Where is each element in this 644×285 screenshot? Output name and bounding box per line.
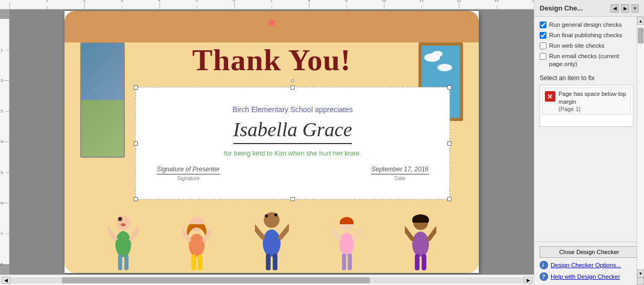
page-canvas: Thank You! ☺ xyxy=(9,9,534,275)
handle-bc xyxy=(291,197,295,201)
svg-point-21 xyxy=(274,213,277,216)
thank-you-heading: Thank You! xyxy=(65,42,479,78)
document-page: Thank You! ☺ xyxy=(65,11,479,273)
panel-footer: Close Design Checker i Design Checker Op… xyxy=(534,242,644,285)
handle-tr xyxy=(447,85,452,90)
signature-label: Signature xyxy=(177,176,200,181)
checkbox-row-2: Run final publishing checks xyxy=(540,31,634,39)
ruler-left: 12345678 xyxy=(0,19,9,264)
scroll-corner-btn[interactable] xyxy=(637,278,644,285)
svg-line-17 xyxy=(281,226,289,237)
certificate-background: Thank You! ☺ xyxy=(65,11,479,273)
scroll-down-btn[interactable]: ▼ xyxy=(637,269,644,278)
scroll-left-btn[interactable]: ◀ xyxy=(1,277,10,284)
signature-text: Signature of Presenter xyxy=(157,166,220,174)
horizontal-scrollbar[interactable]: ◀ ▶ xyxy=(0,275,534,285)
help-link-text[interactable]: Help with Design Checker xyxy=(551,273,620,280)
scroll-thumb-v[interactable] xyxy=(638,28,643,43)
svg-rect-32 xyxy=(415,254,420,270)
panel-content: Run general design checks Run final publ… xyxy=(534,17,644,134)
issue-item-1[interactable]: ✕ Page has space below top margin (Page … xyxy=(542,87,631,115)
date-value: September 17, 2016 xyxy=(371,166,428,174)
date-block: September 17, 2016 Date xyxy=(371,166,428,181)
svg-point-15 xyxy=(263,229,281,257)
svg-text:?: ? xyxy=(542,273,545,280)
close-design-checker-btn[interactable]: Close Design Checker xyxy=(540,246,639,258)
main-canvas-area: 1234567891011121314 12345678 Thank You! xyxy=(0,0,534,285)
right-panel: Design Che... ◀ ▶ ✕ Run general design c… xyxy=(534,0,644,285)
svg-rect-19 xyxy=(273,254,277,270)
panel-title: Design Che... xyxy=(540,4,583,12)
child-3 xyxy=(255,207,289,273)
panel-arrows: ◀ ▶ ✕ xyxy=(610,4,639,13)
svg-point-29 xyxy=(412,232,429,257)
svg-line-16 xyxy=(255,226,263,237)
svg-point-23 xyxy=(339,233,354,256)
general-checks-checkbox[interactable] xyxy=(540,21,546,28)
checkbox-row-3: Run web site checks xyxy=(540,42,634,50)
panel-next-btn[interactable]: ▶ xyxy=(621,4,629,13)
ruler-top: 1234567891011121314 xyxy=(0,0,534,9)
scroll-thumb-h[interactable] xyxy=(62,277,370,283)
content-box[interactable]: Birch Elementary School appreciates Isab… xyxy=(135,87,450,200)
panel-spacer xyxy=(534,134,644,242)
scroll-track-h[interactable] xyxy=(10,277,523,283)
connect-point xyxy=(291,79,294,82)
svg-line-2 xyxy=(108,228,115,239)
select-item-label: Select an item to fix xyxy=(540,74,634,82)
scroll-up-btn[interactable]: ▲ xyxy=(637,17,644,25)
options-link-row[interactable]: i Design Checker Options... xyxy=(540,261,639,269)
checkbox-row-4: Run email checks (current page only) xyxy=(540,52,634,68)
reason-text: for being kind to Kim when she hurt her … xyxy=(224,149,361,157)
svg-rect-26 xyxy=(342,254,346,270)
svg-point-6 xyxy=(118,217,122,221)
child-2 xyxy=(183,213,211,273)
signature-block: Signature of Presenter Signature xyxy=(157,166,220,181)
help-link-icon: ? xyxy=(540,272,548,281)
handle-mr xyxy=(447,141,452,146)
email-checks-checkbox[interactable] xyxy=(540,53,546,60)
canvas-scroll[interactable]: Thank You! ☺ xyxy=(9,9,534,275)
svg-rect-33 xyxy=(422,254,426,270)
issue-warning-icon: ✕ xyxy=(545,91,555,102)
website-checks-checkbox[interactable] xyxy=(540,42,546,49)
svg-rect-18 xyxy=(266,254,271,270)
scroll-right-btn[interactable]: ▶ xyxy=(523,277,533,284)
vertical-scrollbar[interactable]: ▲ ▼ xyxy=(637,17,644,285)
appreciates-text: Birch Elementary School appreciates xyxy=(232,105,353,114)
left-poster-bottom xyxy=(81,100,124,157)
general-checks-label[interactable]: Run general design checks xyxy=(549,21,622,29)
svg-text:✕: ✕ xyxy=(547,93,553,101)
left-poster-top xyxy=(81,43,124,100)
checkbox-row-1: Run general design checks xyxy=(540,21,634,29)
issue-description: Page has space below top margin (Page 1) xyxy=(559,90,628,113)
svg-rect-36 xyxy=(540,261,548,269)
cork-strip xyxy=(65,11,479,42)
children-area xyxy=(65,205,479,273)
website-checks-label[interactable]: Run web site checks xyxy=(549,42,604,50)
svg-line-30 xyxy=(405,228,412,239)
svg-line-31 xyxy=(429,228,436,239)
publishing-checks-checkbox[interactable] xyxy=(540,32,546,39)
email-checks-label[interactable]: Run email checks (current page only) xyxy=(549,52,634,68)
svg-line-25 xyxy=(354,228,361,239)
panel-close-btn[interactable]: ✕ xyxy=(631,4,639,13)
signature-row: Signature of Presenter Signature Septemb… xyxy=(146,166,439,181)
child-1 xyxy=(108,210,139,273)
publishing-checks-label[interactable]: Run final publishing checks xyxy=(549,31,622,39)
handle-tl xyxy=(134,85,138,90)
scroll-track-v[interactable] xyxy=(637,25,644,269)
help-link-row[interactable]: ? Help with Design Checker xyxy=(540,272,639,281)
panel-header: Design Che... ◀ ▶ ✕ xyxy=(534,0,644,17)
handle-ml xyxy=(134,141,138,146)
svg-rect-12 xyxy=(191,255,196,270)
svg-point-7 xyxy=(121,223,126,226)
handle-br xyxy=(447,197,452,201)
options-link-text[interactable]: Design Checker Options... xyxy=(551,262,621,268)
panel-prev-btn[interactable]: ◀ xyxy=(610,4,619,13)
svg-point-9 xyxy=(189,234,205,257)
handle-bl xyxy=(134,197,138,201)
svg-rect-5 xyxy=(124,255,128,270)
name-text: Isabella Grace xyxy=(233,118,352,144)
svg-line-3 xyxy=(131,228,139,239)
